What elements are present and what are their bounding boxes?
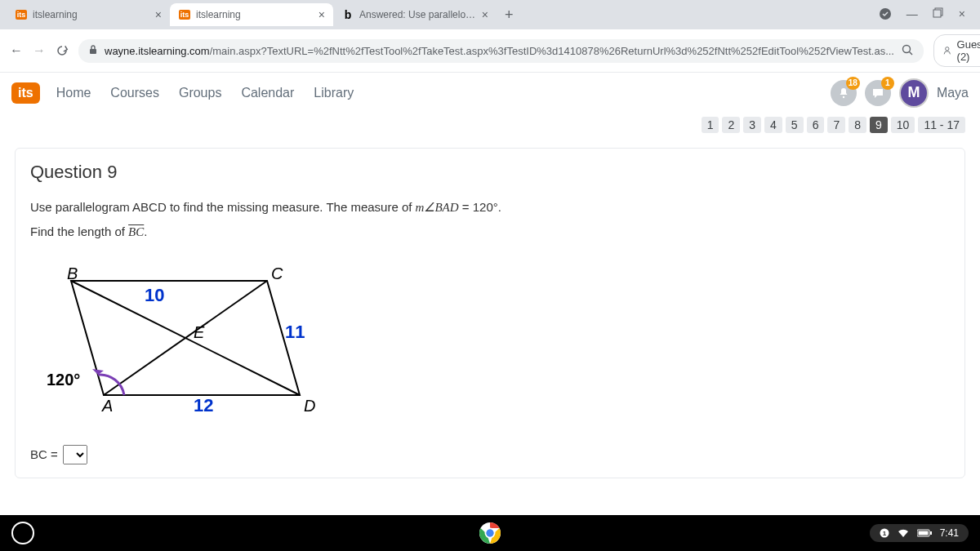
its-favicon: its [16, 10, 28, 20]
tab-title: Answered: Use parallelogram AB [359, 9, 477, 20]
avatar[interactable]: M [899, 78, 929, 108]
lock-icon [88, 45, 98, 57]
notif-badge: 18 [846, 77, 860, 90]
close-icon[interactable]: × [482, 8, 488, 21]
browser-tab-bar: its itslearning × its itslearning × b An… [0, 0, 980, 29]
qnav-item[interactable]: 7 [827, 117, 845, 133]
side-ad-len: 12 [194, 395, 213, 415]
question-subprompt: Find the length of BC. [30, 222, 950, 242]
close-icon[interactable]: × [155, 8, 162, 21]
side-cd-len: 11 [285, 322, 305, 342]
chrome-icon[interactable] [479, 522, 501, 544]
side-bc-len: 10 [145, 285, 164, 305]
nav-courses[interactable]: Courses [110, 86, 159, 100]
notifications-button[interactable]: 18 [831, 80, 857, 106]
system-tray[interactable]: 1 7:41 [870, 524, 969, 542]
info-icon: 1 [880, 528, 889, 538]
svg-point-15 [487, 530, 494, 537]
close-icon[interactable]: × [318, 8, 325, 21]
reload-button[interactable] [56, 44, 69, 57]
zoom-icon[interactable] [901, 43, 914, 59]
close-window-icon[interactable]: × [959, 7, 965, 23]
restore-icon[interactable] [933, 7, 944, 23]
svg-text:1: 1 [882, 530, 886, 537]
answer-select[interactable] [63, 445, 87, 464]
guest-label: Guest (2) [957, 38, 980, 63]
nav-library[interactable]: Library [314, 86, 354, 100]
url-text: wayne.itslearning.com/main.aspx?TextURL=… [105, 45, 894, 57]
answer-label: BC = [30, 445, 58, 464]
qnav-item[interactable]: 2 [722, 117, 740, 133]
svg-rect-20 [918, 531, 928, 535]
os-taskbar: 1 7:41 [0, 515, 980, 551]
parallelogram-diagram: B C A D E 10 11 12 120° [30, 256, 950, 425]
app-header: its Home Courses Groups Calendar Library… [0, 73, 980, 113]
svg-line-10 [71, 281, 300, 395]
svg-line-5 [909, 51, 912, 55]
qnav-item[interactable]: 11 - 17 [918, 117, 965, 133]
profile-button[interactable]: Guest (2) [933, 34, 980, 67]
minimize-icon[interactable]: — [906, 7, 918, 23]
qnav-item[interactable]: 8 [849, 117, 866, 133]
question-nav: 1 2 3 4 5 6 7 8 9 10 11 - 17 [0, 113, 980, 136]
qnav-item[interactable]: 3 [743, 117, 761, 133]
messages-button[interactable]: 1 [865, 80, 891, 106]
svg-point-7 [843, 96, 844, 97]
status-icon [879, 7, 892, 23]
question-heading: Question 9 [30, 162, 950, 183]
question-prompt: Use parallelogram ABCD to find the missi… [30, 198, 950, 217]
svg-rect-3 [90, 49, 96, 54]
launcher-button[interactable] [11, 522, 34, 544]
vertex-d: D [304, 397, 315, 415]
vertex-c: C [271, 264, 283, 282]
url-input[interactable]: wayne.itslearning.com/main.aspx?TextURL=… [78, 39, 924, 63]
person-icon [942, 44, 952, 57]
vertex-a: A [101, 397, 113, 415]
back-button[interactable]: ← [10, 43, 23, 58]
bartleby-favicon: b [345, 8, 352, 21]
msg-badge: 1 [881, 77, 894, 90]
svg-point-6 [946, 47, 949, 51]
qnav-item[interactable]: 5 [786, 117, 804, 133]
nav-groups[interactable]: Groups [179, 86, 221, 100]
question-card: Question 9 Use parallelogram ABCD to fin… [15, 148, 965, 478]
new-tab-button[interactable]: + [497, 3, 522, 27]
clock: 7:41 [940, 527, 959, 539]
wifi-icon [898, 528, 909, 538]
its-favicon: its [179, 10, 191, 20]
browser-tab[interactable]: its itslearning × [7, 3, 170, 26]
qnav-item[interactable]: 10 [891, 117, 915, 133]
forward-button[interactable]: → [33, 43, 46, 58]
qnav-item[interactable]: 4 [764, 117, 782, 133]
qnav-item[interactable]: 6 [807, 117, 825, 133]
vertex-b: B [67, 264, 78, 282]
angle-a: 120° [47, 371, 80, 389]
tab-title: itslearning [33, 9, 150, 20]
vertex-e: E [194, 323, 205, 341]
svg-point-4 [902, 45, 910, 52]
tab-title: itslearning [196, 9, 314, 20]
browser-tab[interactable]: its itslearning × [170, 3, 333, 26]
nav-calendar[interactable]: Calendar [241, 86, 294, 100]
username: Maya [937, 86, 969, 100]
svg-rect-2 [933, 10, 941, 17]
chat-icon [871, 87, 884, 100]
svg-rect-19 [930, 531, 932, 535]
its-logo[interactable]: its [11, 82, 40, 104]
browser-tab[interactable]: b Answered: Use parallelogram AB × [333, 3, 497, 26]
qnav-item[interactable]: 1 [702, 117, 719, 133]
battery-icon [917, 529, 932, 537]
address-bar: ← → wayne.itslearning.com/main.aspx?Text… [0, 29, 980, 73]
qnav-item-current[interactable]: 9 [870, 117, 888, 133]
nav-home[interactable]: Home [56, 86, 91, 100]
